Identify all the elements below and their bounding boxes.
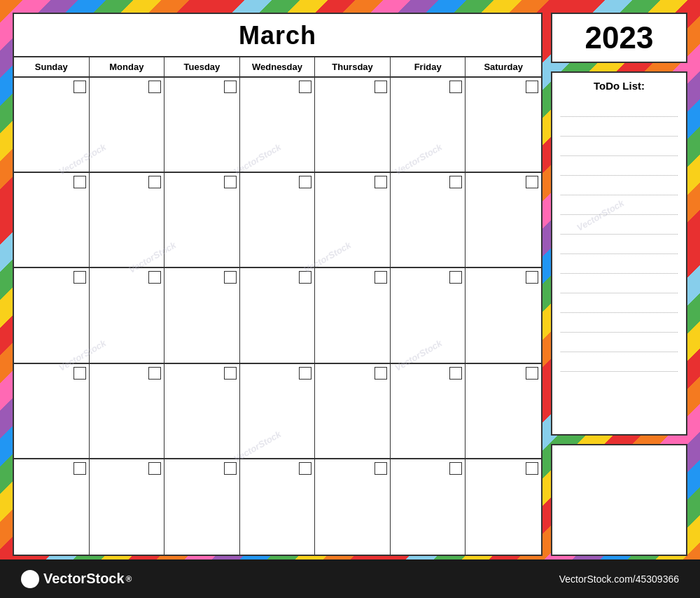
calendar-cell[interactable] — [315, 364, 391, 458]
calendar-cell[interactable] — [391, 78, 466, 172]
cell-corner — [449, 176, 462, 188]
calendar-cell[interactable] — [240, 364, 316, 458]
todo-line[interactable] — [561, 333, 678, 352]
sidebar-section: 2023 ToDo List: — [551, 13, 687, 556]
calendar-cell[interactable] — [164, 364, 240, 458]
cell-corner — [224, 462, 237, 475]
cell-corner — [374, 176, 387, 188]
todo-line[interactable] — [561, 313, 678, 333]
year-box: 2023 — [551, 13, 687, 63]
todo-line[interactable] — [561, 235, 678, 254]
todo-title: ToDo List: — [561, 80, 678, 92]
cell-corner — [449, 367, 462, 380]
cell-corner — [374, 367, 387, 380]
footer-bar: VectorStock® VectorStock.com/45309366 — [0, 559, 700, 598]
calendar-cell[interactable] — [14, 459, 90, 555]
cell-corner — [299, 176, 312, 188]
calendar-cell[interactable] — [90, 364, 165, 458]
todo-line[interactable] — [561, 117, 678, 137]
calendar-cell[interactable] — [315, 173, 391, 267]
cell-corner — [224, 176, 237, 188]
calendar-cell[interactable] — [465, 78, 541, 172]
footer-brand: VectorStock — [43, 571, 125, 587]
day-monday: Monday — [90, 57, 165, 76]
reg-mark: ® — [126, 574, 132, 584]
notes-box[interactable] — [551, 444, 687, 556]
calendar-cell[interactable] — [14, 78, 90, 172]
calendar-cell[interactable] — [391, 459, 466, 555]
calendar-row-4 — [14, 364, 541, 459]
vectorstock-logo — [21, 570, 39, 588]
todo-line[interactable] — [561, 195, 678, 215]
calendar-cell[interactable] — [240, 173, 316, 267]
calendar-cell[interactable] — [90, 459, 165, 555]
calendar-cell[interactable] — [164, 78, 240, 172]
calendar-row-3 — [14, 268, 541, 363]
cell-corner — [148, 176, 161, 188]
content-wrapper: March Sunday Monday Tuesday Wednesday Th… — [13, 13, 687, 556]
day-wednesday: Wednesday — [240, 57, 316, 76]
calendar-cell[interactable] — [465, 459, 541, 555]
cell-corner — [148, 462, 161, 475]
calendar-cell[interactable] — [315, 78, 391, 172]
todo-line[interactable] — [561, 274, 678, 293]
calendar-cell[interactable] — [164, 173, 240, 267]
calendar-cell[interactable] — [465, 268, 541, 362]
cell-corner — [148, 367, 161, 380]
calendar-cell[interactable] — [240, 459, 316, 555]
cell-corner — [526, 462, 538, 475]
cell-corner — [449, 271, 462, 284]
calendar-cell[interactable] — [14, 364, 90, 458]
calendar-cell[interactable] — [90, 78, 165, 172]
cell-corner — [374, 271, 387, 284]
footer-right: VectorStock.com/45309366 — [559, 573, 679, 585]
cell-corner — [449, 462, 462, 475]
cell-corner — [374, 462, 387, 475]
cell-corner — [526, 81, 538, 93]
calendar-row-5 — [14, 459, 541, 555]
calendar-cell[interactable] — [90, 173, 165, 267]
calendar-cell[interactable] — [391, 268, 466, 362]
todo-line[interactable] — [561, 293, 678, 313]
cell-corner — [148, 81, 161, 93]
todo-line[interactable] — [561, 352, 678, 372]
todo-line[interactable] — [561, 156, 678, 176]
calendar-cell[interactable] — [240, 78, 316, 172]
todo-box: ToDo List: — [551, 71, 687, 436]
cell-corner — [299, 462, 312, 475]
cell-corner — [526, 271, 538, 284]
day-saturday: Saturday — [465, 57, 541, 76]
todo-line[interactable] — [561, 137, 678, 156]
todo-line[interactable] — [561, 97, 678, 117]
cell-corner — [148, 271, 161, 284]
cell-corner — [374, 81, 387, 93]
cell-corner — [299, 81, 312, 93]
calendar-cell[interactable] — [164, 459, 240, 555]
todo-line[interactable] — [561, 254, 678, 274]
calendar-cell[interactable] — [164, 268, 240, 362]
cell-corner — [74, 81, 86, 93]
footer-left: VectorStock® — [21, 570, 132, 588]
calendar-cell[interactable] — [90, 268, 165, 362]
calendar-cell[interactable] — [14, 268, 90, 362]
calendar-cell[interactable] — [465, 364, 541, 458]
todo-line[interactable] — [561, 215, 678, 235]
todo-line[interactable] — [561, 176, 678, 195]
cell-corner — [74, 462, 86, 475]
day-friday: Friday — [391, 57, 466, 76]
calendar-section: March Sunday Monday Tuesday Wednesday Th… — [13, 13, 542, 556]
calendar-cell[interactable] — [315, 268, 391, 362]
cell-corner — [74, 176, 86, 188]
cell-corner — [449, 81, 462, 93]
cell-corner — [299, 367, 312, 380]
calendar-cell[interactable] — [465, 173, 541, 267]
day-sunday: Sunday — [14, 57, 90, 76]
calendar-cell[interactable] — [315, 459, 391, 555]
calendar-cell[interactable] — [391, 364, 466, 458]
calendar-cell[interactable] — [391, 173, 466, 267]
days-header: Sunday Monday Tuesday Wednesday Thursday… — [14, 56, 541, 78]
calendar-cell[interactable] — [14, 173, 90, 267]
calendar-cell[interactable] — [240, 268, 316, 362]
calendar-row-1 — [14, 78, 541, 173]
calendar-year: 2023 — [585, 20, 654, 55]
